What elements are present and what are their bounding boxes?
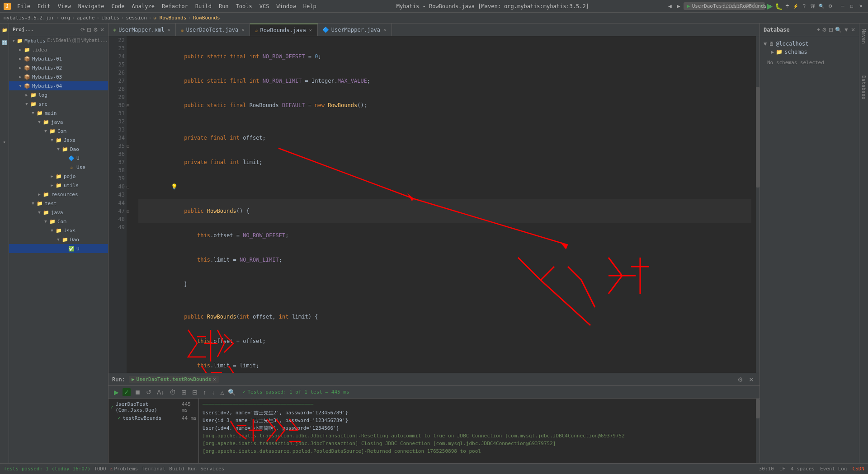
problems-button[interactable]: ⚠ Problems <box>110 466 138 472</box>
run-button[interactable]: ▶ <box>766 3 774 10</box>
menu-vcs[interactable]: VCS <box>257 2 272 10</box>
debug-button[interactable]: 🐛 <box>775 3 782 10</box>
tree-item-com[interactable]: ▼ 📁 Com <box>9 127 108 136</box>
menu-edit[interactable]: Edit <box>35 2 53 10</box>
expand-all-button[interactable]: ⊞ <box>179 388 189 397</box>
tree-item-main-java[interactable]: ▼ 📁 java <box>9 117 108 127</box>
import-button[interactable]: ↓ <box>210 388 217 397</box>
find-in-output-button[interactable]: 🔍 <box>226 388 237 397</box>
breadcrumb-org[interactable]: org <box>61 15 70 21</box>
tree-item-src[interactable]: ▼ 📁 src <box>9 99 108 108</box>
translate-button[interactable]: 译 <box>809 3 816 10</box>
menu-file[interactable]: File <box>14 2 33 10</box>
rerun-button[interactable]: ▶ <box>112 388 121 397</box>
tab-usermapper-java[interactable]: 🔷 UserMapper.java ✕ <box>318 23 392 36</box>
close-button[interactable]: ✕ <box>857 3 864 10</box>
structure-toggle[interactable]: 🔠 <box>1 38 8 47</box>
tree-item-main[interactable]: ▼ 📁 main <box>9 108 108 117</box>
tree-item-jsxs[interactable]: ▼ 📁 Jsxs <box>9 136 108 145</box>
run-status-button[interactable]: Run <box>188 466 197 472</box>
services-button[interactable]: Services <box>200 466 224 472</box>
terminal-button[interactable]: Terminal <box>142 466 165 472</box>
scroll-up-icon[interactable]: △ <box>220 389 224 396</box>
db-close-button[interactable]: ✕ <box>851 27 855 33</box>
tree-item-userimpl[interactable]: ☕ Use <box>9 163 108 172</box>
hide-sidebar-button[interactable]: ✕ <box>100 27 104 33</box>
tree-item-mybatis01[interactable]: ▶ 📦 Mybatis-01 <box>9 54 108 63</box>
tree-item-test[interactable]: ▼ 📁 test <box>9 199 108 208</box>
tab-usermapper-xml[interactable]: ◈ UserMapper.xml ✕ <box>108 23 176 36</box>
menu-help[interactable]: Help <box>301 2 319 10</box>
tree-item-mybatis02[interactable]: ▶ 📦 Mybatis-02 <box>9 63 108 72</box>
output-scrollbar[interactable] <box>756 399 760 463</box>
tree-item-log[interactable]: ▶ 📁 log <box>9 90 108 99</box>
maven-tab[interactable]: Maven <box>859 27 868 46</box>
search-everywhere-button[interactable]: 🔍 <box>818 3 825 10</box>
breadcrumb-rowbounds-file[interactable]: RowBounds <box>193 15 220 21</box>
sync-button[interactable]: ⟳ <box>80 27 85 33</box>
db-collapse-button[interactable]: ⊟ <box>829 27 833 33</box>
event-log-button[interactable]: Event Log <box>820 466 847 472</box>
sort-duration-button[interactable]: ⏱ <box>168 388 178 397</box>
menu-code[interactable]: Code <box>109 2 127 10</box>
db-filter-button[interactable]: ⚙ <box>822 27 827 33</box>
tree-item-dao[interactable]: ▼ 📁 Dao <box>9 145 108 154</box>
menu-navigate[interactable]: Navigate <box>75 2 107 10</box>
run-settings-button[interactable]: ⚙ <box>736 375 745 384</box>
menu-window[interactable]: Window <box>274 2 298 10</box>
tree-item-resources[interactable]: ▶ 📁 resources <box>9 190 108 199</box>
tab-userdaotest-java[interactable]: ☕ UserDaoTest.java ✕ <box>176 23 250 36</box>
close-run-tab-icon[interactable]: ✕ <box>213 376 216 382</box>
breadcrumb-rowbounds-class[interactable]: ⊙ RowBounds <box>153 15 186 21</box>
build-button[interactable]: Build <box>169 466 184 472</box>
todo-button[interactable]: TODO <box>94 466 106 472</box>
menu-build[interactable]: Build <box>193 2 214 10</box>
db-add-button[interactable]: + <box>817 27 820 33</box>
sort-alpha-button[interactable]: A↓ <box>155 388 166 397</box>
db-settings-button[interactable]: ▼ <box>844 27 849 33</box>
editor-scrollbar[interactable] <box>756 36 760 373</box>
breadcrumb-apache[interactable]: apache <box>77 15 95 21</box>
profile-button[interactable]: ⚡ <box>792 3 799 10</box>
menu-run[interactable]: Run <box>216 2 231 10</box>
breadcrumb-ibatis[interactable]: ibatis <box>101 15 119 21</box>
test-class-item[interactable]: ✓ UserDaoTest (Com.Jsxs.Dao) 445 ms <box>110 400 197 414</box>
tree-settings-button[interactable]: ⚙ <box>93 27 98 33</box>
menu-analyze[interactable]: Analyze <box>129 2 157 10</box>
tab-close-rowbounds[interactable]: ✕ <box>308 27 313 33</box>
menu-tools[interactable]: Tools <box>233 2 255 10</box>
tree-item-test-jsxs[interactable]: ▼ 📁 Jsxs <box>9 226 108 235</box>
tab-close-userdaotest[interactable]: ✕ <box>241 27 245 33</box>
tree-item-mybatis04[interactable]: ▼ 📦 Mybatis-04 <box>9 81 108 90</box>
tree-item-test-com[interactable]: ▼ 📁 Com <box>9 217 108 226</box>
tree-item-mybatis[interactable]: ▼ 📁 Mybatis E:\Ideal\项目\Mybati... <box>9 36 108 45</box>
db-schemas-item[interactable]: ▶ 📁 schemas <box>764 48 855 56</box>
coverage-button[interactable]: ☂ <box>783 3 791 10</box>
tab-close-usermapper-xml[interactable]: ✕ <box>166 27 171 33</box>
tree-item-test-dao[interactable]: ▼ 📁 Dao <box>9 235 108 244</box>
tree-item-userdaotest[interactable]: ✅ U <box>9 244 108 253</box>
tab-rowbounds-java[interactable]: ☕ RowBounds.java ✕ <box>250 23 317 36</box>
back-button[interactable]: ◀ <box>666 3 674 10</box>
settings-button[interactable]: ⚙ <box>826 3 834 10</box>
test-method-item[interactable]: ✓ testRowBounds 44 ms <box>110 414 197 422</box>
run-config-tab[interactable]: ▶ UserDaoTest.testRowBounds ✕ <box>129 376 219 383</box>
project-sidebar-toggle[interactable]: 📁 <box>1 25 8 34</box>
tree-item-test-java[interactable]: ▼ 📁 java <box>9 208 108 217</box>
help-button[interactable]: ? <box>801 3 808 10</box>
tree-item-usermapper-interface[interactable]: 🔷 U <box>9 154 108 163</box>
export-button[interactable]: ↑ <box>201 388 208 397</box>
breadcrumb-jar[interactable]: mybatis-3.5.2.jar <box>4 15 55 21</box>
rerun-failed-button[interactable]: ↺ <box>144 388 153 397</box>
minimize-button[interactable]: ─ <box>839 3 846 10</box>
tree-item-pojo[interactable]: ▶ 📁 pojo <box>9 172 108 181</box>
menu-refactor[interactable]: Refactor <box>159 2 191 10</box>
database-vertical-tab[interactable]: Database <box>859 74 868 101</box>
collapse-all-button2[interactable]: ⊟ <box>190 388 199 397</box>
stop-button[interactable]: ⏹ <box>132 388 142 397</box>
tab-close-usermapper[interactable]: ✕ <box>382 27 387 33</box>
favorites-toggle[interactable]: ★ <box>1 137 8 146</box>
forward-button[interactable]: ▶ <box>675 3 682 10</box>
code-editor[interactable]: public static final int NO_ROW_OFFSET = … <box>134 36 756 373</box>
maximize-button[interactable]: □ <box>848 3 855 10</box>
